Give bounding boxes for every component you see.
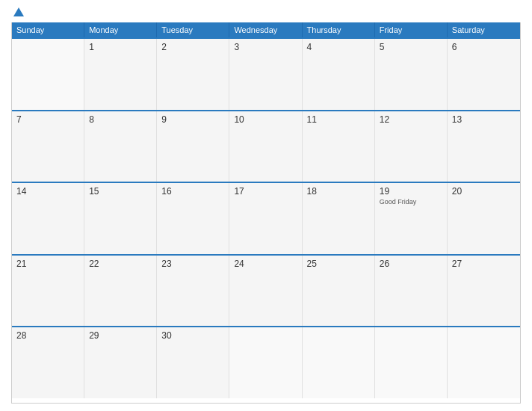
day-cell: 19Good Friday xyxy=(375,183,448,254)
day-number: 22 xyxy=(89,259,152,269)
day-cell: 24 xyxy=(229,256,302,327)
day-number: 23 xyxy=(161,259,224,269)
weeks: 12345678910111213141516171819Good Friday… xyxy=(12,37,520,398)
day-cell: 17 xyxy=(229,183,302,254)
day-number: 12 xyxy=(380,114,442,125)
day-number: 8 xyxy=(89,114,152,125)
day-cell: 5 xyxy=(375,39,448,110)
logo xyxy=(11,7,24,16)
day-header-thursday: Thursday xyxy=(303,22,375,37)
day-cell xyxy=(303,327,375,398)
day-cell: 6 xyxy=(448,39,520,110)
page: SundayMondayTuesdayWednesdayThursdayFrid… xyxy=(0,0,532,411)
day-number: 15 xyxy=(89,186,152,197)
day-header-friday: Friday xyxy=(375,22,448,37)
day-cell: 12 xyxy=(375,111,448,182)
day-cell xyxy=(12,39,84,110)
day-headers: SundayMondayTuesdayWednesdayThursdayFrid… xyxy=(12,22,520,37)
day-cell: 7 xyxy=(12,111,84,182)
day-cell: 30 xyxy=(157,327,229,398)
day-number: 13 xyxy=(452,114,516,125)
day-number: 29 xyxy=(89,330,152,341)
day-number: 21 xyxy=(16,259,79,269)
day-number: 20 xyxy=(452,186,516,197)
day-cell: 25 xyxy=(303,256,375,327)
day-cell: 11 xyxy=(303,111,375,182)
logo-triangle-icon xyxy=(13,7,24,16)
day-number: 25 xyxy=(307,259,370,269)
day-cell xyxy=(229,327,302,398)
day-cell: 29 xyxy=(84,327,157,398)
day-header-wednesday: Wednesday xyxy=(229,22,302,37)
day-number: 2 xyxy=(161,42,224,52)
logo-blue-text xyxy=(11,7,24,16)
day-cell: 26 xyxy=(375,256,448,327)
day-cell: 13 xyxy=(448,111,520,182)
day-cell: 1 xyxy=(84,39,157,110)
day-cell: 14 xyxy=(12,183,84,254)
week-row-2: 78910111213 xyxy=(12,110,520,182)
day-number: 1 xyxy=(89,42,152,52)
calendar: SundayMondayTuesdayWednesdayThursdayFrid… xyxy=(11,22,521,404)
day-header-sunday: Sunday xyxy=(12,22,84,37)
day-cell: 23 xyxy=(157,256,229,327)
day-number: 28 xyxy=(16,330,79,341)
day-number: 27 xyxy=(452,259,516,269)
week-row-3: 141516171819Good Friday20 xyxy=(12,182,520,254)
day-cell: 3 xyxy=(229,39,302,110)
day-number: 14 xyxy=(16,186,79,197)
day-number: 30 xyxy=(161,330,224,341)
week-row-4: 21222324252627 xyxy=(12,254,520,327)
day-event: Good Friday xyxy=(380,198,442,206)
day-number: 24 xyxy=(234,259,297,269)
day-number: 3 xyxy=(234,42,297,52)
day-number: 17 xyxy=(234,186,297,197)
day-cell: 10 xyxy=(229,111,302,182)
day-cell: 15 xyxy=(84,183,157,254)
week-row-1: 123456 xyxy=(12,37,520,110)
day-number: 16 xyxy=(161,186,224,197)
day-cell: 27 xyxy=(448,256,520,327)
day-cell: 21 xyxy=(12,256,84,327)
day-number: 26 xyxy=(380,259,442,269)
day-header-saturday: Saturday xyxy=(448,22,520,37)
week-row-5: 282930 xyxy=(12,326,520,398)
header xyxy=(11,7,521,16)
day-number: 7 xyxy=(16,114,79,125)
day-cell: 9 xyxy=(157,111,229,182)
day-number: 6 xyxy=(452,42,516,52)
day-number: 9 xyxy=(161,114,224,125)
day-cell xyxy=(448,327,520,398)
day-number: 10 xyxy=(234,114,297,125)
day-cell: 2 xyxy=(157,39,229,110)
day-cell: 16 xyxy=(157,183,229,254)
day-number: 5 xyxy=(380,42,442,52)
day-cell xyxy=(375,327,448,398)
day-number: 18 xyxy=(307,186,370,197)
day-cell: 18 xyxy=(303,183,375,254)
day-cell: 22 xyxy=(84,256,157,327)
day-cell: 28 xyxy=(12,327,84,398)
day-header-tuesday: Tuesday xyxy=(157,22,229,37)
day-cell: 20 xyxy=(448,183,520,254)
day-cell: 8 xyxy=(84,111,157,182)
day-number: 4 xyxy=(307,42,370,52)
day-cell: 4 xyxy=(303,39,375,110)
day-header-monday: Monday xyxy=(84,22,157,37)
day-number: 19 xyxy=(380,186,442,197)
day-number: 11 xyxy=(307,114,370,125)
